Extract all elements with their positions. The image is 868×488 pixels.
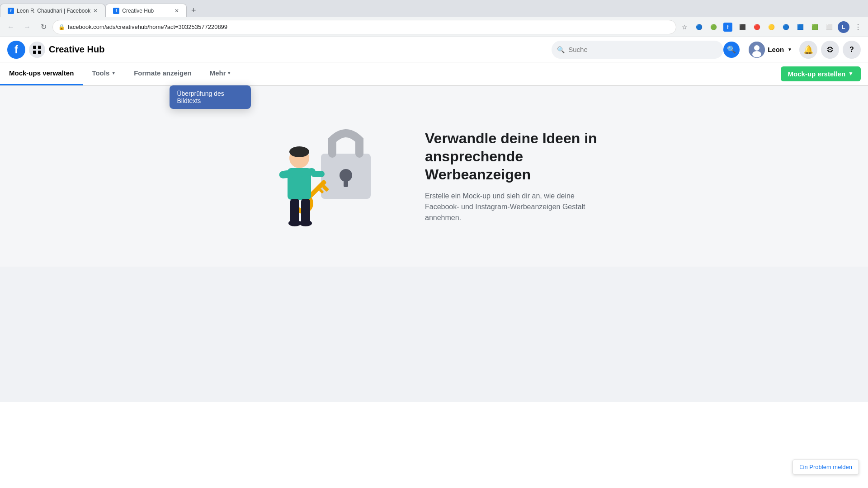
main-content: Verwandle deine Ideen in ansprechende We… xyxy=(0,86,868,402)
grid-icon xyxy=(33,45,42,54)
fb-app: f Creative Hub 🔍 🔍 xyxy=(0,37,868,488)
svg-rect-0 xyxy=(33,46,36,49)
app-title: Creative Hub xyxy=(49,44,104,55)
extension-icon-4[interactable]: 🔴 xyxy=(750,21,763,33)
more-chevron-icon: ▾ xyxy=(228,70,230,75)
extension-icon-1[interactable]: 🔵 xyxy=(693,21,705,33)
hero-svg xyxy=(262,113,389,239)
report-problem-button[interactable]: Ein Problem melden xyxy=(793,460,859,474)
user-chevron-icon: ▼ xyxy=(788,47,792,52)
menu-icon[interactable]: ⋮ xyxy=(852,21,864,33)
subnav-formats[interactable]: Formate anzeigen xyxy=(125,62,201,85)
create-mockup-chevron-icon: ▼ xyxy=(848,70,854,77)
browser-tabs: f Leon R. Chaudhari | Facebook ✕ f Creat… xyxy=(0,0,868,17)
extension-icon-fb[interactable]: f xyxy=(722,21,734,33)
report-problem-label: Ein Problem melden xyxy=(799,464,852,470)
tab-facebook[interactable]: f Leon R. Chaudhari | Facebook ✕ xyxy=(0,4,105,17)
browser-toolbar: ← → ↻ 🔒 facebook.com/ads/creativehub/hom… xyxy=(0,17,868,37)
address-text: facebook.com/ads/creativehub/home?act=30… xyxy=(68,23,670,30)
nav-grid-button[interactable] xyxy=(29,42,45,58)
svg-point-16 xyxy=(289,146,309,157)
svg-rect-1 xyxy=(38,46,41,49)
hero-section: Verwandle deine Ideen in ansprechende We… xyxy=(0,86,868,267)
search-box[interactable]: 🔍 xyxy=(552,41,723,59)
hero-illustration xyxy=(262,113,389,239)
svg-rect-3 xyxy=(38,51,41,54)
user-name: Leon xyxy=(768,46,784,53)
hero-description: Erstelle ein Mock-up und sieh dir an, wi… xyxy=(425,191,606,223)
forward-button[interactable]: → xyxy=(20,20,34,34)
extension-icon-5[interactable]: 🟡 xyxy=(765,21,778,33)
extension-icon-8[interactable]: 🟩 xyxy=(808,21,821,33)
tools-tab-wrap: Tools ▼ Überprüfung des Bildtexts xyxy=(83,62,125,85)
user-avatar xyxy=(749,42,765,58)
svg-rect-20 xyxy=(301,199,310,224)
new-tab-button[interactable]: + xyxy=(187,4,200,17)
subnav-mockups-label: Mock-ups verwalten xyxy=(9,69,74,77)
subnav-tools-label: Tools xyxy=(92,69,109,77)
create-mockup-button[interactable]: Mock-up erstellen ▼ xyxy=(781,66,861,81)
extension-icon-9[interactable]: ⬜ xyxy=(823,21,835,33)
back-button[interactable]: ← xyxy=(4,20,18,34)
svg-rect-18 xyxy=(311,171,325,177)
tools-chevron-icon: ▼ xyxy=(111,70,116,75)
address-bar[interactable]: 🔒 facebook.com/ads/creativehub/home?act=… xyxy=(52,20,676,34)
tab-facebook-label: Leon R. Chaudhari | Facebook xyxy=(17,8,90,14)
subnav-tools[interactable]: Tools ▼ xyxy=(83,62,125,85)
user-chip[interactable]: Leon ▼ xyxy=(745,40,796,60)
tab-creativehub-label: Creative Hub xyxy=(122,8,172,14)
lock-icon: 🔒 xyxy=(58,24,65,30)
top-navigation: f Creative Hub 🔍 🔍 xyxy=(0,37,868,62)
svg-rect-2 xyxy=(33,51,36,54)
svg-point-8 xyxy=(340,169,352,182)
svg-rect-9 xyxy=(344,180,348,187)
dropdown-item-bildtext[interactable]: Überprüfung des Bildtexts xyxy=(170,85,251,109)
svg-point-22 xyxy=(299,220,312,226)
tools-dropdown-menu: Überprüfung des Bildtexts xyxy=(170,85,251,109)
tab-close-icon[interactable]: ✕ xyxy=(93,8,98,14)
subnav-more-label: Mehr xyxy=(210,69,226,77)
hero-title: Verwandle deine Ideen in ansprechende We… xyxy=(425,129,606,183)
extension-icon-7[interactable]: 🟦 xyxy=(794,21,807,33)
hero-text: Verwandle deine Ideen in ansprechende We… xyxy=(425,129,606,223)
bookmark-star-icon[interactable]: ☆ xyxy=(678,21,691,33)
svg-point-5 xyxy=(754,45,760,51)
svg-point-21 xyxy=(288,220,301,226)
topnav-icons: Leon ▼ 🔔 ⚙ ? xyxy=(745,40,861,60)
search-icon: 🔍 xyxy=(557,46,565,53)
create-mockup-label: Mock-up erstellen xyxy=(788,70,846,78)
subnav-formats-label: Formate anzeigen xyxy=(134,69,192,77)
tab-creativehub[interactable]: f Creative Hub ✕ xyxy=(105,4,187,17)
tab-close-icon-2[interactable]: ✕ xyxy=(175,8,179,14)
dropdown-item-bildtext-label: Überprüfung des Bildtexts xyxy=(177,90,224,104)
help-icon[interactable]: ? xyxy=(843,41,861,59)
search-button[interactable]: 🔍 xyxy=(723,42,740,58)
notifications-icon[interactable]: 🔔 xyxy=(799,41,817,59)
extension-icon-3[interactable]: ⬛ xyxy=(736,21,749,33)
user-avatar-svg xyxy=(749,42,765,58)
browser-right-icons: ☆ 🔵 🟢 f ⬛ 🔴 🟡 🔵 🟦 🟩 ⬜ L ⋮ xyxy=(678,21,864,33)
browser-chrome: f Leon R. Chaudhari | Facebook ✕ f Creat… xyxy=(0,0,868,37)
sub-navigation: Mock-ups verwalten Tools ▼ Überprüfung d… xyxy=(0,62,868,86)
reload-button[interactable]: ↻ xyxy=(36,20,51,34)
facebook-logo: f xyxy=(7,41,25,59)
svg-rect-19 xyxy=(290,199,299,224)
settings-icon[interactable]: ⚙ xyxy=(821,41,839,59)
subnav-mockups[interactable]: Mock-ups verwalten xyxy=(0,62,83,85)
extension-icon-2[interactable]: 🟢 xyxy=(707,21,720,33)
svg-point-6 xyxy=(752,51,761,57)
search-input[interactable] xyxy=(568,46,718,53)
extension-icon-6[interactable]: 🔵 xyxy=(779,21,792,33)
profile-button[interactable]: L xyxy=(837,21,850,33)
subnav-more[interactable]: Mehr ▾ xyxy=(201,62,239,85)
